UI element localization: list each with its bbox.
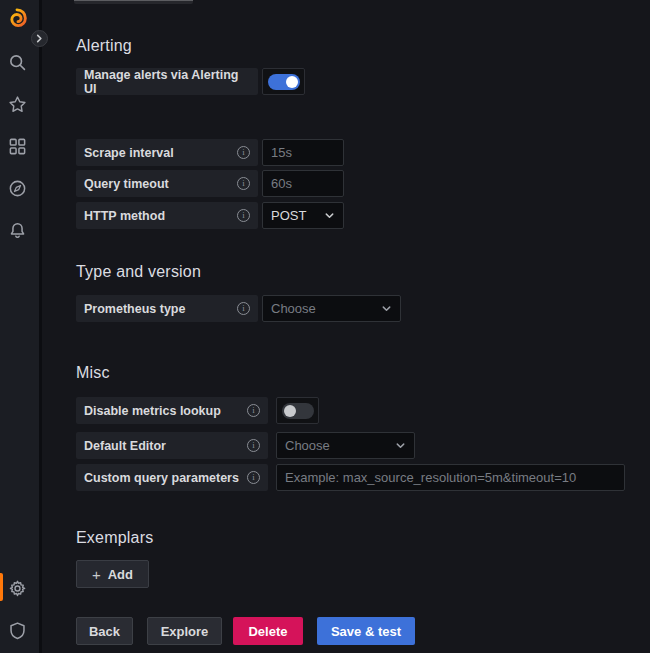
chevron-down-icon [324,210,335,221]
alerting-bell-icon[interactable] [6,219,28,241]
info-icon[interactable]: i [237,209,250,222]
dashboards-grid-icon[interactable] [6,135,28,157]
prometheus-type-select[interactable]: Choose [262,295,401,322]
back-button[interactable]: Back [76,617,133,645]
info-icon[interactable]: i [247,404,260,417]
scrape-interval-input[interactable] [262,139,344,166]
manage-alerts-label: Manage alerts via Alerting UI [76,68,258,95]
default-editor-select[interactable]: Choose [276,432,415,459]
info-icon[interactable]: i [247,471,260,484]
type-version-section-title: Type and version [76,263,201,281]
datasource-settings-page: Alerting Manage alerts via Alerting UI S… [0,0,650,653]
star-icon[interactable] [6,93,28,115]
disable-metrics-lookup-label: Disable metrics lookup i [76,397,268,424]
sidebar [0,0,42,653]
info-icon[interactable]: i [247,439,260,452]
scrape-interval-label: Scrape interval i [76,139,258,166]
info-icon[interactable]: i [237,177,250,190]
exemplars-section-title: Exemplars [76,529,153,547]
toggle-on [268,74,300,90]
configuration-gear-icon[interactable] [6,577,28,599]
plus-icon: + [92,567,101,582]
save-and-test-button[interactable]: Save & test [317,617,415,645]
disable-metrics-lookup-toggle[interactable] [276,397,319,424]
custom-query-parameters-label: Custom query parameters i [76,464,268,491]
explore-compass-icon[interactable] [6,177,28,199]
search-icon[interactable] [6,51,28,73]
info-icon[interactable]: i [237,302,250,315]
custom-query-parameters-input[interactable] [276,464,625,491]
info-icon[interactable]: i [237,146,250,159]
grafana-logo-icon[interactable] [6,7,28,29]
explore-button[interactable]: Explore [147,617,222,645]
default-editor-label: Default Editor i [76,432,268,459]
query-timeout-input[interactable] [262,170,344,197]
delete-button[interactable]: Delete [233,617,303,645]
misc-section-title: Misc [76,364,110,382]
chevron-down-icon [395,440,406,451]
http-method-label: HTTP method i [76,202,258,229]
add-exemplar-button[interactable]: + Add [76,560,149,588]
chevron-down-icon [381,303,392,314]
sidebar-expand-button[interactable] [31,30,48,47]
chevron-right-icon [35,34,44,43]
cutoff-element-above [74,0,193,4]
http-method-select[interactable]: POST [262,202,344,229]
manage-alerts-toggle[interactable] [262,68,305,95]
admin-shield-icon[interactable] [6,619,28,641]
prometheus-type-label: Prometheus type i [76,295,258,322]
alerting-section-title: Alerting [76,37,132,55]
toggle-off [282,403,314,419]
active-section-indicator [0,573,3,601]
query-timeout-label: Query timeout i [76,170,258,197]
